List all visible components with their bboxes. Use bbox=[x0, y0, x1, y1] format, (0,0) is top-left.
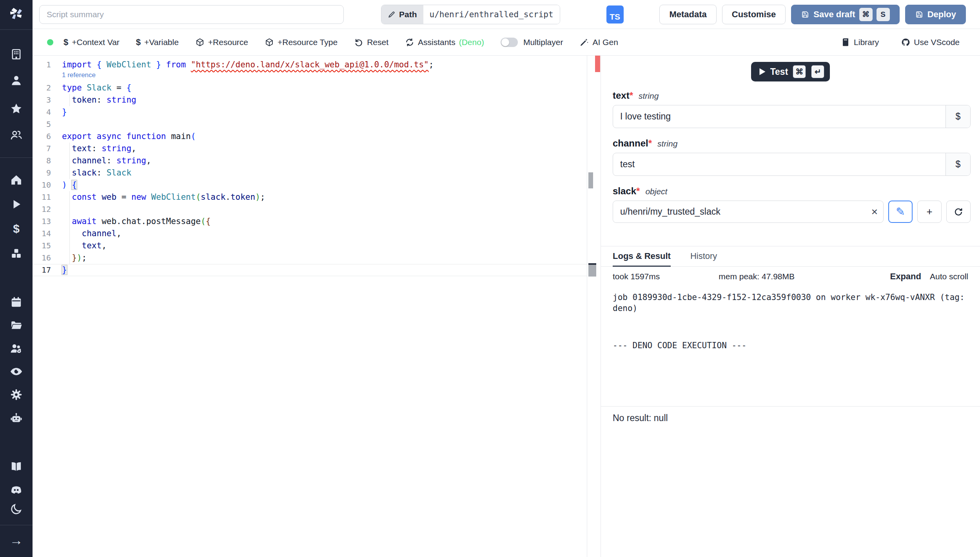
library-button[interactable]: Library bbox=[841, 38, 879, 47]
scrollbar-thumb[interactable] bbox=[588, 172, 593, 188]
required-star: * bbox=[636, 186, 640, 196]
script-path-control[interactable]: Path u/henri/enthralled_script bbox=[381, 5, 560, 24]
edit-resource-button[interactable]: ✎ bbox=[888, 201, 913, 223]
sidebar-item-docs[interactable] bbox=[9, 459, 24, 474]
eye-icon bbox=[10, 365, 23, 378]
sidebar-item-runs[interactable] bbox=[9, 197, 24, 211]
code-text[interactable]: channel: string, bbox=[62, 155, 587, 167]
codelens-references[interactable]: 1 reference bbox=[33, 71, 587, 82]
code-text[interactable] bbox=[62, 203, 587, 215]
assistants-button[interactable]: Assistants (Deno) bbox=[405, 38, 484, 47]
code-line[interactable]: 15 text, bbox=[33, 240, 587, 252]
code-text[interactable]: }); bbox=[62, 252, 587, 264]
refresh-icon bbox=[953, 207, 964, 217]
script-summary-input[interactable] bbox=[39, 5, 344, 24]
code-text[interactable]: slack: Slack bbox=[62, 167, 587, 179]
add-context-var-button[interactable]: $ +Context Var bbox=[64, 37, 120, 47]
customise-button[interactable]: Customise bbox=[722, 5, 786, 24]
save-draft-button[interactable]: Save draft ⌘ S bbox=[791, 5, 899, 24]
reset-button[interactable]: Reset bbox=[354, 38, 388, 47]
code-line[interactable]: 9 slack: Slack bbox=[33, 167, 587, 179]
add-resource-button[interactable]: + bbox=[917, 201, 942, 223]
insert-variable-button[interactable]: $ bbox=[946, 105, 970, 128]
auto-scroll-toggle[interactable]: Auto scroll bbox=[930, 272, 968, 281]
code-text[interactable]: text: string, bbox=[62, 143, 587, 155]
clear-resource-icon[interactable]: × bbox=[871, 206, 878, 217]
code-line[interactable]: 11 const web = new WebClient(slack.token… bbox=[33, 191, 587, 203]
sidebar-item-members[interactable] bbox=[9, 128, 24, 142]
sidebar-item-resources[interactable] bbox=[9, 246, 24, 260]
slack-resource-input[interactable] bbox=[613, 201, 883, 222]
code-text[interactable]: export async function main( bbox=[62, 130, 587, 143]
text-arg-input[interactable] bbox=[613, 105, 946, 128]
code-text[interactable] bbox=[62, 118, 587, 130]
editor-splitter[interactable] bbox=[587, 56, 601, 557]
sidebar-item-settings[interactable] bbox=[9, 387, 24, 401]
refresh-resource-button[interactable] bbox=[946, 201, 971, 223]
code-line[interactable]: 5 bbox=[33, 118, 587, 130]
code-text[interactable]: type Slack = { bbox=[62, 82, 587, 94]
sidebar-collapse-toggle[interactable]: → bbox=[9, 533, 24, 547]
code-line[interactable]: 12 bbox=[33, 203, 587, 215]
code-line[interactable]: 10) { bbox=[33, 179, 587, 191]
multiplayer-label[interactable]: Multiplayer bbox=[523, 38, 563, 47]
windmill-logo-icon[interactable] bbox=[7, 4, 26, 23]
code-line[interactable]: 14 channel, bbox=[33, 228, 587, 240]
ai-gen-button[interactable]: AI Gen bbox=[579, 38, 618, 47]
sidebar-item-folders[interactable] bbox=[9, 318, 24, 332]
code-text[interactable]: await web.chat.postMessage({ bbox=[62, 215, 587, 228]
code-line[interactable]: 3 token: string bbox=[33, 94, 587, 106]
discord-icon bbox=[10, 484, 23, 497]
code-text[interactable]: text, bbox=[62, 240, 587, 252]
path-label[interactable]: Path bbox=[381, 5, 423, 24]
insert-variable-button[interactable]: $ bbox=[946, 153, 970, 175]
code-line[interactable]: 8 channel: string, bbox=[33, 155, 587, 167]
multiplayer-toggle[interactable] bbox=[501, 38, 518, 47]
sidebar-item-workspace[interactable] bbox=[9, 47, 24, 61]
add-variable-button[interactable]: $ +Variable bbox=[136, 37, 179, 47]
add-resource-type-button[interactable]: +Resource Type bbox=[265, 38, 338, 47]
use-vscode-button[interactable]: Use VScode bbox=[901, 38, 960, 47]
tab-logs-result[interactable]: Logs & Result bbox=[613, 251, 671, 267]
code-text[interactable]: channel, bbox=[62, 228, 587, 240]
code-text[interactable]: token: string bbox=[62, 94, 587, 106]
code-text[interactable]: const web = new WebClient(slack.token); bbox=[62, 191, 587, 203]
toggle-knob bbox=[501, 38, 509, 46]
code-text[interactable]: } bbox=[62, 264, 587, 276]
code-line[interactable]: 13 await web.chat.postMessage({ bbox=[33, 215, 587, 228]
code-editor[interactable]: 1import { WebClient } from "https://deno… bbox=[33, 56, 587, 557]
add-resource-button[interactable]: +Resource bbox=[195, 38, 248, 47]
sidebar-item-audit-logs[interactable] bbox=[9, 364, 24, 378]
channel-arg-input[interactable] bbox=[613, 153, 946, 175]
tab-history[interactable]: History bbox=[690, 251, 717, 266]
expand-button[interactable]: Expand bbox=[890, 271, 921, 282]
code-text[interactable]: } bbox=[62, 106, 587, 118]
sidebar-item-discord[interactable] bbox=[9, 483, 24, 497]
sidebar-item-schedules[interactable] bbox=[9, 295, 24, 309]
code-line[interactable]: 17} bbox=[33, 264, 587, 276]
splitter-drag-handle[interactable] bbox=[588, 263, 596, 277]
deploy-button[interactable]: Deploy bbox=[905, 5, 966, 24]
code-line[interactable]: 16 }); bbox=[33, 252, 587, 264]
sidebar-item-home[interactable] bbox=[9, 173, 24, 187]
test-button[interactable]: Test ⌘ ↵ bbox=[751, 62, 830, 81]
code-text[interactable]: ) { bbox=[62, 179, 587, 191]
sidebar-item-user[interactable] bbox=[9, 73, 24, 87]
star-icon bbox=[10, 102, 23, 115]
path-value[interactable]: u/henri/enthralled_script bbox=[423, 5, 560, 24]
code-line[interactable]: 2type Slack = { bbox=[33, 82, 587, 94]
run-stats: took 1597ms mem peak: 47.98MB Expand Aut… bbox=[601, 267, 980, 282]
add-resource-type-label: +Resource Type bbox=[278, 38, 338, 47]
sidebar-item-groups[interactable] bbox=[9, 341, 24, 355]
metadata-button[interactable]: Metadata bbox=[659, 5, 716, 24]
code-line[interactable]: 7 text: string, bbox=[33, 143, 587, 155]
code-line[interactable]: 1import { WebClient } from "https://deno… bbox=[33, 59, 587, 71]
code-text[interactable]: import { WebClient } from "https://deno.… bbox=[62, 59, 587, 71]
sidebar-item-workers[interactable] bbox=[9, 411, 24, 425]
code-line[interactable]: 4} bbox=[33, 106, 587, 118]
package-icon bbox=[195, 38, 205, 47]
sidebar-item-favorites[interactable] bbox=[9, 101, 24, 116]
sidebar-item-variables[interactable]: $ bbox=[9, 222, 24, 236]
sidebar-item-theme-toggle[interactable] bbox=[9, 502, 24, 516]
code-line[interactable]: 6export async function main( bbox=[33, 130, 587, 143]
